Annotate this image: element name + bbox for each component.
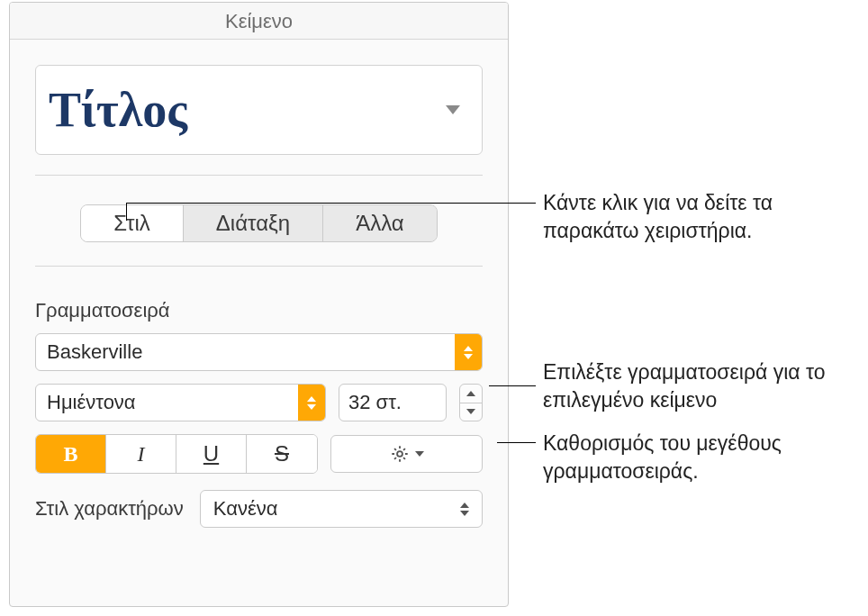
font-weight-value: Ημιέντονα (47, 391, 136, 414)
text-style-group: B I U S (35, 434, 318, 474)
paragraph-style-name: Τίτλος (49, 82, 187, 138)
strikethrough-button[interactable]: S (247, 435, 317, 473)
font-family-value: Baskerville (47, 340, 142, 364)
caret-down-icon (466, 409, 475, 414)
callout-leader (497, 442, 536, 443)
font-size-decrease[interactable] (460, 403, 482, 421)
svg-point-0 (397, 451, 402, 457)
divider (35, 266, 483, 267)
character-styles-label: Στιλ χαρακτήρων (35, 497, 184, 521)
callout-leader (126, 203, 536, 204)
dropdown-arrows-icon (298, 385, 325, 421)
dropdown-arrows-icon (460, 503, 469, 516)
gear-icon (390, 444, 410, 464)
font-section-label: Γραμματοσειρά (35, 299, 483, 322)
chevron-down-icon (446, 105, 460, 114)
character-styles-dropdown[interactable]: Κανένα (200, 490, 483, 528)
text-format-panel: Κείμενο Τίτλος Στιλ Διάταξη Άλλα Γραμματ… (9, 2, 509, 607)
callout-tabs: Κάντε κλικ για να δείτε τα παρακάτω χειρ… (543, 189, 840, 245)
tab-style[interactable]: Στιλ (81, 205, 184, 241)
callout-font-size: Καθορισμός του μεγέθους γραμματοσειράς. (543, 430, 858, 485)
font-family-dropdown[interactable]: Baskerville (35, 333, 483, 371)
caret-up-icon (466, 391, 475, 396)
bold-button[interactable]: B (36, 435, 106, 473)
font-size-increase[interactable] (460, 385, 482, 403)
format-tabs: Στιλ Διάταξη Άλλα (80, 204, 437, 242)
callout-leader (126, 203, 127, 221)
panel-title: Κείμενο (10, 3, 508, 40)
font-size-value: 32 στ. (348, 391, 402, 414)
divider (35, 175, 483, 176)
tab-more[interactable]: Άλλα (323, 205, 437, 241)
callout-leader (489, 385, 536, 386)
underline-button[interactable]: U (176, 435, 247, 473)
font-weight-dropdown[interactable]: Ημιέντονα (35, 384, 326, 421)
italic-button[interactable]: I (106, 435, 176, 473)
font-size-stepper (459, 384, 483, 421)
dropdown-arrows-icon (455, 334, 482, 370)
advanced-options-button[interactable] (330, 435, 483, 473)
character-styles-value: Κανένα (213, 497, 278, 521)
font-size-field[interactable]: 32 στ. (339, 384, 447, 421)
tab-layout[interactable]: Διάταξη (184, 205, 323, 241)
chevron-down-icon (415, 451, 424, 457)
paragraph-style-dropdown[interactable]: Τίτλος (35, 65, 483, 155)
callout-font-family: Επιλέξτε γραμματοσειρά για το επιλεγμένο… (543, 358, 858, 414)
